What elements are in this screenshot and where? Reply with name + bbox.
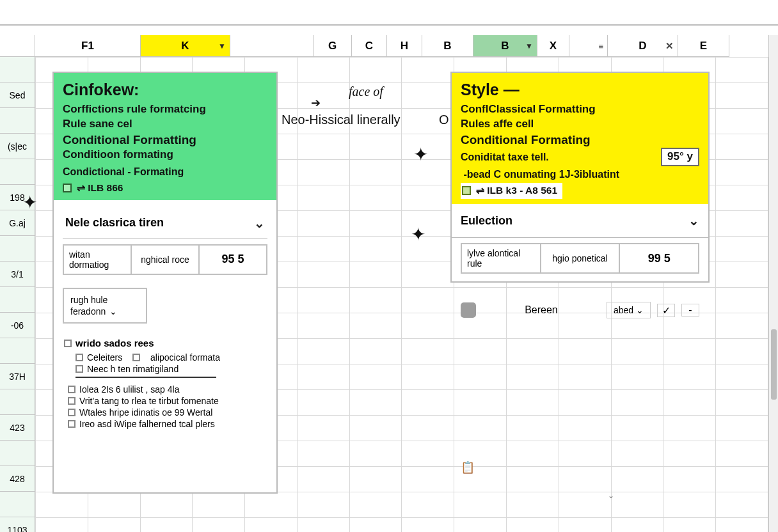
column-header[interactable]: ≡ (569, 35, 608, 57)
cell[interactable] (402, 237, 454, 262)
row-header[interactable] (0, 236, 35, 262)
cell[interactable] (611, 390, 663, 416)
rule-triple-a[interactable]: lylve alontical rule (461, 243, 541, 274)
cell[interactable] (716, 134, 768, 160)
row-header[interactable] (0, 492, 35, 517)
cell[interactable] (716, 492, 768, 518)
cell[interactable] (402, 211, 454, 237)
rule-triple-b[interactable]: nghical roce (132, 244, 200, 275)
row-header[interactable]: G.aj (0, 210, 35, 236)
row-header[interactable]: 3/1 (0, 262, 35, 287)
cell[interactable] (349, 467, 402, 492)
checkbox-icon[interactable] (68, 397, 75, 405)
dropdown-icon[interactable]: ▼ (218, 42, 226, 51)
cell[interactable] (559, 441, 611, 467)
cell[interactable] (611, 364, 663, 390)
scrollbar-thumb[interactable] (771, 329, 777, 400)
column-header[interactable]: D✕ (608, 35, 678, 57)
cell[interactable] (716, 185, 768, 211)
checkbox-icon[interactable] (75, 365, 83, 373)
cell[interactable] (454, 339, 507, 364)
mini-rule-box[interactable]: rugh hule feradonn ⌄ (63, 288, 147, 324)
cell[interactable] (297, 134, 349, 160)
column-header[interactable] (230, 35, 314, 57)
row-header[interactable]: 428 (0, 466, 35, 492)
cell[interactable] (454, 390, 507, 416)
cell[interactable] (349, 160, 402, 185)
cell[interactable] (716, 518, 768, 533)
cell[interactable] (559, 467, 611, 492)
cell[interactable] (454, 416, 507, 441)
column-header[interactable]: C (352, 35, 387, 57)
checkbox-icon[interactable] (68, 420, 75, 428)
cell[interactable] (349, 416, 402, 441)
cell[interactable] (402, 288, 454, 313)
cell[interactable] (402, 416, 454, 441)
row-header[interactable] (0, 338, 35, 364)
column-header[interactable]: X (537, 35, 569, 57)
cell[interactable] (402, 185, 454, 211)
cell[interactable] (297, 518, 349, 533)
cell[interactable] (88, 518, 140, 533)
cell[interactable] (507, 441, 559, 467)
cell[interactable] (402, 441, 454, 467)
rule-line-1[interactable]: Iolea 2Is 6 ulilist , sap 4la (68, 384, 266, 395)
rule-triple-value[interactable]: 95 5 (200, 244, 267, 275)
row-header[interactable]: 37H (0, 364, 35, 389)
cell[interactable] (297, 313, 349, 339)
cell[interactable] (349, 185, 402, 211)
cell[interactable] (349, 390, 402, 416)
cell[interactable] (140, 492, 193, 518)
cell[interactable] (507, 390, 559, 416)
checkbox-icon[interactable] (68, 386, 75, 393)
cell[interactable] (402, 83, 454, 109)
cell[interactable] (663, 441, 716, 467)
cell[interactable] (349, 518, 402, 533)
rule-line-2[interactable]: Vrit'a tang to rlea te tirbut fomenate (68, 396, 266, 406)
cell[interactable] (297, 364, 349, 390)
row-header[interactable] (0, 389, 35, 415)
row-header[interactable] (0, 441, 35, 466)
cell[interactable] (402, 467, 454, 492)
cell[interactable] (716, 313, 768, 339)
cell[interactable] (559, 416, 611, 441)
cell[interactable] (297, 262, 349, 288)
cell[interactable] (611, 518, 663, 533)
rule-type-select[interactable]: Nele clasrica tiren ⌄ (63, 207, 267, 239)
cell[interactable] (297, 492, 349, 518)
column-header[interactable]: K▼ (141, 35, 230, 57)
cell[interactable] (297, 441, 349, 467)
cell[interactable] (88, 492, 140, 518)
cell[interactable] (716, 160, 768, 185)
row-header[interactable]: (s|ec (0, 134, 35, 159)
cell[interactable] (140, 518, 193, 533)
rule-line-4[interactable]: Ireo asd iWipe falherned tcal plers (68, 419, 266, 429)
cell[interactable] (454, 518, 507, 533)
rule-type-select[interactable]: Eulection ⌄ (452, 204, 708, 238)
style-remove[interactable]: - (681, 304, 699, 317)
cell[interactable] (716, 441, 768, 467)
cell[interactable] (611, 416, 663, 441)
cell[interactable] (349, 364, 402, 390)
cell[interactable] (349, 492, 402, 518)
cell[interactable] (297, 339, 349, 364)
cell[interactable] (507, 364, 559, 390)
cell[interactable] (559, 492, 611, 518)
column-header[interactable]: H (387, 35, 422, 57)
cell[interactable] (663, 390, 716, 416)
cell[interactable] (349, 288, 402, 313)
menu-icon[interactable]: ≡ (598, 41, 603, 51)
cell[interactable] (402, 58, 454, 83)
cell[interactable] (454, 364, 507, 390)
drag-handle[interactable] (461, 302, 476, 318)
cell[interactable] (559, 390, 611, 416)
rule-option-a[interactable]: Celeiters alipocical formata (75, 352, 266, 363)
column-header[interactable]: B (422, 35, 473, 57)
style-check[interactable]: ✓ (657, 304, 675, 317)
cell[interactable] (297, 467, 349, 492)
cell[interactable] (716, 288, 768, 313)
cell[interactable] (663, 339, 716, 364)
cell[interactable] (349, 313, 402, 339)
rule-option-c[interactable]: Neec h ten rimatigiland (75, 364, 266, 374)
cell[interactable] (245, 492, 298, 518)
